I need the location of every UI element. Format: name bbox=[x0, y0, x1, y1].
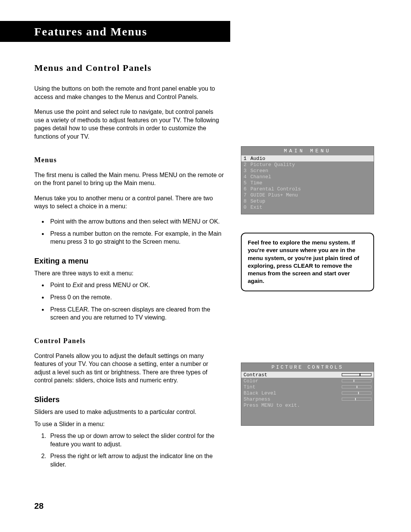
menus-p1: The first menu is called the Main menu. … bbox=[34, 171, 225, 187]
sliders-steps: Press the up or down arrow to select the… bbox=[34, 432, 225, 468]
osd-slider-item: Contrast bbox=[241, 372, 374, 378]
sliders-heading: Sliders bbox=[34, 395, 225, 404]
exiting-heading: Exiting a menu bbox=[34, 257, 225, 265]
list-item: Press the right or left arrow to adjust … bbox=[48, 452, 225, 468]
control-panels-heading: Control Panels bbox=[34, 337, 225, 345]
osd-menu-item: 6Parental Controls bbox=[241, 186, 374, 192]
list-item: Press 0 on the remote. bbox=[48, 293, 225, 302]
osd-title: MAIN MENU bbox=[241, 147, 374, 155]
menus-section: Menus The first menu is called the Main … bbox=[34, 156, 225, 246]
slider-track bbox=[342, 373, 371, 376]
osd-slider-item: Tint bbox=[241, 384, 374, 390]
sliders-p1: Sliders are used to make adjustments to … bbox=[34, 408, 225, 416]
main-content: Menus and Control Panels Using the butto… bbox=[34, 63, 225, 479]
osd-footer: Press MENU to exit. bbox=[241, 402, 374, 408]
exiting-bullets: Point to Exit and press MENU or OK. Pres… bbox=[34, 281, 225, 321]
list-item: Press the up or down arrow to select the… bbox=[48, 432, 225, 448]
slider-track bbox=[342, 385, 371, 388]
osd-menu-item: 4Channel bbox=[241, 174, 374, 180]
sliders-p2: To use a Slider in a menu: bbox=[34, 420, 225, 428]
section-title: Menus and Control Panels bbox=[34, 63, 225, 73]
menus-p2: Menus take you to another menu or a cont… bbox=[34, 194, 225, 211]
osd-slider-item: Color bbox=[241, 378, 374, 384]
exiting-p1: There are three ways to exit a menu: bbox=[34, 269, 225, 278]
osd-menu-item: 7GUIDE Plus+ Menu bbox=[241, 192, 374, 198]
tip-text: Feel free to explore the menu system. If… bbox=[241, 233, 374, 291]
control-panels-p1: Control Panels allow you to adjust the d… bbox=[34, 352, 225, 385]
main-menu-osd: MAIN MENU 1Audio2Picture Quality3Screen4… bbox=[241, 146, 374, 214]
osd-menu-item: 5Time bbox=[241, 180, 374, 186]
menus-bullets: Point with the arrow buttons and then se… bbox=[34, 217, 225, 246]
list-item: Point to Exit and press MENU or OK. bbox=[48, 281, 225, 289]
picture-controls-osd: PICTURE CONTROLS ContrastColorTintBlack … bbox=[241, 363, 374, 426]
slider-track bbox=[342, 391, 371, 395]
list-item: Press CLEAR. The on-screen displays are … bbox=[48, 305, 225, 322]
osd-menu-item: 0Exit bbox=[241, 204, 374, 210]
list-item: Press a number button on the remote. For… bbox=[48, 230, 225, 246]
tip-box: Feel free to explore the menu system. If… bbox=[241, 233, 374, 291]
intro-paragraph-2: Menus use the point and select rule to n… bbox=[34, 108, 225, 141]
menus-heading: Menus bbox=[34, 156, 225, 164]
sliders-section: Sliders Sliders are used to make adjustm… bbox=[34, 395, 225, 469]
list-item: Point with the arrow buttons and then se… bbox=[48, 217, 225, 226]
exiting-section: Exiting a menu There are three ways to e… bbox=[34, 257, 225, 322]
chapter-header-bar: Features and Menus bbox=[0, 21, 230, 42]
control-panels-section: Control Panels Control Panels allow you … bbox=[34, 337, 225, 385]
osd-menu-item: 3Screen bbox=[241, 168, 374, 174]
osd-slider-item: Sharpness bbox=[241, 396, 374, 402]
osd-menu-item: 1Audio bbox=[241, 155, 374, 161]
osd-menu-item: 2Picture Quality bbox=[241, 161, 374, 168]
page-number: 28 bbox=[34, 501, 43, 511]
osd-menu-item: 8Setup bbox=[241, 198, 374, 204]
osd-title: PICTURE CONTROLS bbox=[241, 363, 374, 372]
page: Features and Menus Menus and Control Pan… bbox=[0, 0, 411, 532]
chapter-title: Features and Menus bbox=[34, 25, 147, 38]
slider-track bbox=[342, 379, 371, 382]
osd-slider-item: Black Level bbox=[241, 390, 374, 396]
slider-track bbox=[342, 398, 371, 401]
intro-paragraph-1: Using the buttons on both the remote and… bbox=[34, 85, 225, 101]
